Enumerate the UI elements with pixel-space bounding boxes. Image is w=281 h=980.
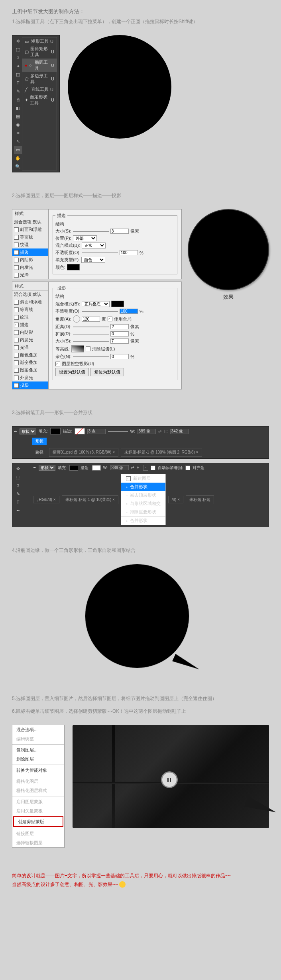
h-input[interactable]	[170, 429, 189, 434]
layer-context-menu: 混合选项... 编辑调整 复制图层... 删除图层 转换为智能对象 栅格化图层 …	[12, 725, 65, 848]
ctx-raster-style: 栅格化图层样式	[12, 786, 64, 795]
angle-input[interactable]	[82, 317, 100, 322]
spread-input[interactable]	[110, 331, 129, 336]
dist-input[interactable]	[110, 324, 129, 329]
side-texture[interactable]: 纹理	[12, 241, 48, 248]
fly-polygon[interactable]: ⬠多边形工具U	[22, 72, 57, 86]
angle-dial[interactable]	[73, 315, 80, 323]
ctx-raster: 栅格化图层	[12, 777, 64, 786]
shadow-legend: 投影	[55, 285, 67, 291]
side-dropshadow[interactable]: 投影	[12, 381, 48, 389]
step4-heading: 4.沿椭圆边缘，做一个三角形形状，三角形自动和圆形结合	[12, 547, 269, 554]
tool-move[interactable]: ✥	[14, 37, 22, 45]
tool-clone[interactable]: ⎘	[14, 96, 22, 104]
tool-zoom[interactable]: 🔍	[14, 162, 22, 170]
tool-eraser[interactable]: ◧	[14, 104, 22, 112]
exclude[interactable]: ▫排除重叠形状	[121, 508, 165, 516]
ctx-vmask: 启用矢量蒙板	[12, 806, 64, 816]
pos-select[interactable]: 外部	[73, 235, 97, 241]
tool-wand[interactable]: ✦	[14, 62, 22, 70]
size2-input[interactable]	[110, 338, 129, 344]
tool-hand[interactable]: ✋	[14, 154, 22, 162]
fly-custom[interactable]: ✦自定形状工具U	[22, 93, 57, 107]
footer-note: 简单的设计就是——图片+文字，所以掌握一些基础的工具后，只要用心，就可以做出排版…	[0, 860, 281, 901]
merge2[interactable]: ▫合并形状	[121, 516, 165, 525]
side-innerglow[interactable]: 内发光	[12, 264, 48, 271]
tool-shape[interactable]: ▭	[14, 146, 22, 154]
tool-col2: ✥ ⬚ ⌑ ✎ T ✒	[12, 463, 31, 527]
intersect[interactable]: ▫与形状区域相交	[121, 499, 165, 508]
tool-blur[interactable]: ◉	[14, 121, 22, 129]
step6-text: 6.鼠标右键单击细节图层，选择创建剪切蒙版~~OK！选中这两个图层拖动到鞋子上	[12, 708, 269, 715]
ctx-edit-adj: 编辑调整	[12, 734, 64, 743]
fly-roundrect[interactable]: ▢圆角矩形工具U	[22, 45, 57, 59]
ctx-smart[interactable]: 转换为智能对象	[12, 766, 64, 775]
color-swatch[interactable]	[67, 264, 80, 270]
options-bar: ✒ 形状 填充: 描边: W: ⇄ H:	[12, 426, 269, 436]
ctx-blend[interactable]: 混合选项...	[12, 725, 64, 734]
side-innershadow[interactable]: 内阴影	[12, 256, 48, 264]
subtract[interactable]: ▫减去顶层形状	[121, 491, 165, 499]
tool-crop[interactable]: ◫	[14, 70, 22, 78]
side-bevel[interactable]: 斜面和浮雕	[12, 226, 48, 233]
step5-text: 5.选择圆图层，置入细节图片，然后选择细节图层，将细节图片拖动到圆图层上（完全遮…	[12, 695, 269, 702]
ctx-dup[interactable]: 复制图层...	[12, 745, 64, 755]
stroke-swatch[interactable]	[75, 428, 85, 434]
tool-pen[interactable]: ✒	[14, 129, 22, 137]
tool-lasso[interactable]: ⌑	[14, 54, 22, 62]
ctx-sel-link: 选择链接图层	[12, 838, 64, 847]
contour-picker[interactable]	[71, 345, 84, 352]
tool-brush[interactable]: ✎	[14, 87, 22, 95]
ctx-clip-mask[interactable]: 创建剪贴蒙版	[13, 816, 63, 827]
blend2-select[interactable]: 正片叠底	[82, 301, 110, 307]
bag-detail-image	[73, 725, 269, 828]
blend-options[interactable]: 混合选项:默认	[12, 218, 48, 226]
tab2[interactable]: 未标题-标题-1 @ 100% (椭圆 2, RGB/8) ×	[121, 448, 202, 457]
fill-swatch[interactable]	[50, 428, 61, 434]
merge-shapes[interactable]: ▫合并形状	[121, 483, 165, 491]
pen-icon: ✒	[14, 429, 17, 434]
side-satin[interactable]: 光泽	[12, 271, 48, 279]
balloon-shape	[85, 564, 197, 675]
result-circle	[68, 35, 171, 139]
blend-select[interactable]: 正常	[82, 243, 106, 248]
fill-select[interactable]: 颜色	[81, 257, 105, 263]
noise-input[interactable]	[110, 354, 129, 359]
ctx-link: 链接图层	[12, 829, 64, 838]
tool-gradient[interactable]: ▤	[14, 112, 22, 120]
mode-shape[interactable]: 形状	[32, 438, 47, 445]
stroke-panel: 样式 混合选项:默认 斜面和浮雕 等高线 纹理 描边 内阴影 内发光 光泽 描边…	[12, 209, 182, 279]
step3-heading: 3.选择钢笔工具——形状——合并形状	[12, 409, 269, 416]
result-label: 效果	[223, 293, 234, 301]
smile-icon	[119, 881, 126, 888]
shape-flyout: ▭矩形工具U ▢圆角矩形工具U ●○椭圆工具U ⬠多边形工具U ╱直线工具U ✦…	[22, 37, 57, 170]
fly-rect[interactable]: ▭矩形工具U	[22, 37, 57, 45]
mode-select[interactable]: 形状	[20, 428, 36, 434]
fly-ellipse[interactable]: ●○椭圆工具U	[22, 59, 57, 72]
default-btn[interactable]: 设置为默认值	[55, 368, 89, 376]
reset-btn[interactable]: 复位为默认值	[90, 368, 124, 376]
ctx-del[interactable]: 删除图层	[12, 755, 64, 764]
fly-line[interactable]: ╱直线工具U	[22, 86, 57, 93]
side-contour[interactable]: 等高线	[12, 233, 48, 241]
side-header2: 样式	[12, 282, 48, 291]
opacity2-input[interactable]	[120, 309, 138, 314]
w-input[interactable]	[138, 429, 156, 434]
result-circle-stroke	[188, 209, 269, 290]
tool-marquee[interactable]: ⬚	[14, 45, 22, 53]
tab1[interactable]: 插页01.psd @ 100% (3, RGB/8#) ×	[49, 448, 118, 457]
new-layer[interactable]: 新建图层	[121, 474, 165, 483]
tool-type[interactable]: T	[14, 79, 22, 87]
blend-options2[interactable]: 混合选项:默认	[12, 291, 48, 298]
stroke-legend: 描边	[55, 213, 67, 219]
size-input[interactable]	[110, 229, 129, 234]
opacity-input[interactable]	[120, 250, 138, 255]
tool-path[interactable]: ↖	[14, 137, 22, 145]
side-stroke[interactable]: 描边	[12, 248, 48, 256]
pathop-menu: 新建图层 ▫合并形状 ▫减去顶层形状 ▫与形状区域相交 ▫排除重叠形状 ▫合并形…	[121, 474, 166, 525]
shadow-color[interactable]	[111, 301, 124, 307]
step2-heading: 2.选择圆图层，图层——图层样式——描边——投影	[12, 192, 269, 199]
stroke-width[interactable]	[87, 429, 106, 434]
pathop-btn[interactable]: ▫	[143, 465, 149, 471]
mode-path[interactable]: 路径	[32, 449, 47, 456]
